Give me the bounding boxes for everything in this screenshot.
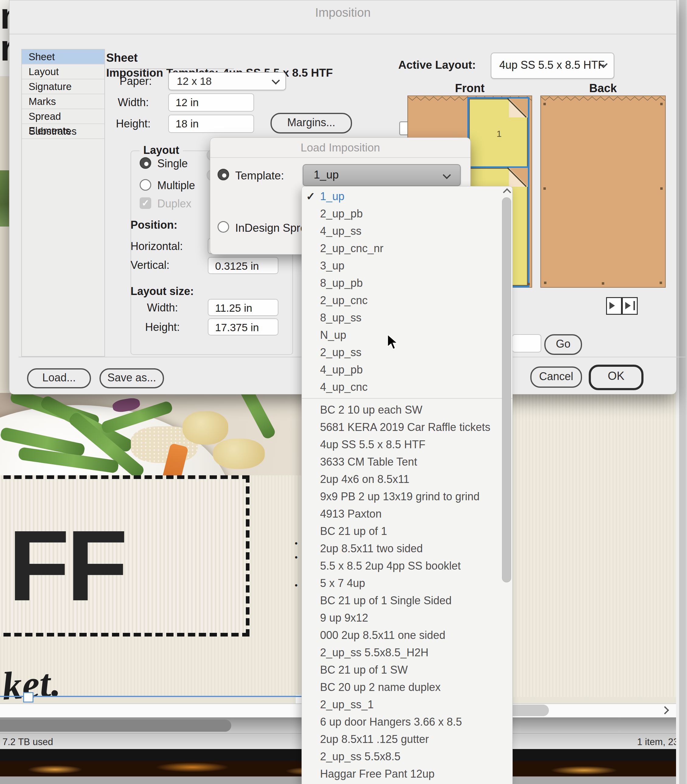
menu-item-4-up-pb[interactable]: 4_up_pb <box>302 361 512 378</box>
menu-item-2-up-cnc[interactable]: 2_up_cnc <box>302 292 512 309</box>
sidebar-item-marks[interactable]: Marks <box>22 94 104 109</box>
storage-used-label: 7.2 TB used <box>2 736 53 748</box>
menu-item-1-up[interactable]: ✓1_up <box>302 188 512 205</box>
single-radio[interactable] <box>140 157 151 169</box>
menu-item-5-x-7-4up[interactable]: 5 x 7 4up <box>302 574 512 592</box>
back-sheet-preview[interactable] <box>540 95 666 288</box>
menu-item-bc-2-10-up-each-sw[interactable]: BC 2 10 up each SW <box>302 401 512 418</box>
green-bean <box>228 393 276 440</box>
edge-mark <box>543 187 546 190</box>
chevron-down-icon <box>443 171 451 179</box>
layout-width-input[interactable]: 11.25 in <box>208 299 278 316</box>
menu-item-n-up[interactable]: N_up <box>302 326 512 344</box>
go-button[interactable]: Go <box>544 334 582 355</box>
cancel-button[interactable]: Cancel <box>530 366 582 388</box>
menu-item-2-up-pb[interactable]: 2_up_pb <box>302 205 512 222</box>
dogear-corner <box>509 168 528 187</box>
corner-mark <box>527 283 530 285</box>
menu-item-2up-8-5x11-two-sided[interactable]: 2up 8.5x11 two sided <box>302 540 512 557</box>
page-number: 1 <box>496 129 502 139</box>
menu-item-5681-kera-2019-car-raffle-tickets[interactable]: 5681 KERA 2019 Car Raffle tickets <box>302 418 512 436</box>
width-label: Width: <box>118 96 149 109</box>
dogear-corner <box>509 98 528 117</box>
sidebar-item-spread-elements[interactable]: Spread Elements <box>22 109 104 124</box>
template-dropdown[interactable]: 1_up <box>303 164 461 186</box>
menu-scroll-up-icon[interactable] <box>504 189 510 197</box>
section-rule <box>106 69 234 69</box>
vertical-label: Vertical: <box>130 259 169 272</box>
active-layout-label: Active Layout: <box>398 59 476 72</box>
menu-item-2up-4x6-on-8-5x11[interactable]: 2up 4x6 on 8.5x11 <box>302 471 512 488</box>
save-as-button[interactable]: Save as... <box>100 368 164 388</box>
menu-item-4up-ss-5-5-x-8-5-htf[interactable]: 4up SS 5.5 x 8.5 HTF <box>302 436 512 453</box>
menu-item-bc-20-up-2-name-duplex[interactable]: BC 20 up 2 name duplex <box>302 679 512 696</box>
layout-height-label: Height: <box>145 321 180 334</box>
layout-height-input[interactable]: 17.375 in <box>208 318 278 335</box>
menu-item-2-up-ss-1[interactable]: 2_up_ss_1 <box>302 696 512 713</box>
menu-item-3-up[interactable]: 3_up <box>302 257 512 274</box>
scroll-right-icon[interactable] <box>662 707 668 714</box>
menu-item-bc-21-up-of-1-single-sided[interactable]: BC 21 up of 1 Single Sided <box>302 592 512 609</box>
load-dialog-titlebar[interactable]: Load Imposition <box>210 138 470 158</box>
menu-item-9x9-pb-2-up-13x19-grind-to-grind[interactable]: 9x9 PB 2 up 13x19 grind to grind <box>302 488 512 505</box>
width-input[interactable]: 12 in <box>168 93 254 112</box>
paper-value: 12 x 18 <box>177 75 212 87</box>
menu-item-8-up-pb[interactable]: 8_up_pb <box>302 274 512 292</box>
duplex-label: Duplex <box>157 197 191 210</box>
sidebar-item-substrates[interactable]: Substrates <box>22 124 104 139</box>
indesign-spread-radio[interactable] <box>217 221 229 233</box>
sheet-section-heading: Sheet <box>106 51 138 64</box>
corner-mark <box>544 282 546 284</box>
menu-item-3633-cm-table-tent[interactable]: 3633 CM Table Tent <box>302 453 512 471</box>
right-window-scrollbar[interactable] <box>676 0 687 784</box>
template-label: Template: <box>235 169 284 182</box>
menu-item-2up-8-5x11-125-gutter[interactable]: 2up 8.5x11 .125 gutter <box>302 730 512 748</box>
menu-item-000-2up-8-5x11-one-sided[interactable]: 000 2up 8.5x11 one sided <box>302 627 512 644</box>
menu-item-4-up-ss[interactable]: 4_up_ss <box>302 222 512 239</box>
position-label: Position: <box>130 219 178 231</box>
vertical-input[interactable]: 0.3125 in <box>208 257 278 274</box>
mouse-cursor <box>387 334 401 351</box>
menu-item-9-up-9x12[interactable]: 9 up 9x12 <box>302 609 512 627</box>
go-to-page-input[interactable] <box>512 334 541 353</box>
ok-button[interactable]: OK <box>589 365 644 390</box>
guide-handle[interactable] <box>23 692 33 702</box>
menu-item-2-up-cnc-nr[interactable]: 2_up_cnc_nr <box>302 239 512 257</box>
menu-item-bc-21-up-of-1-sw[interactable]: BC 21 up of 1 SW <box>302 661 512 679</box>
menu-item-5-5-x-8-5-2up-4pp-ss-booklet[interactable]: 5.5 x 8.5 2up 4pp SS booklet <box>302 557 512 574</box>
edge-mark <box>660 187 663 190</box>
sidebar-item-layout[interactable]: Layout <box>22 64 104 79</box>
menu-item-bc-21-up-of-1[interactable]: BC 21 up of 1 <box>302 522 512 540</box>
active-layout-value: 4up SS 5.5 x 8.5 HTF <box>499 59 605 72</box>
corner-mark <box>660 103 663 105</box>
imposed-page-1[interactable]: 1 <box>469 98 528 167</box>
menu-item-4-up-cnc[interactable]: 4_up_cnc <box>302 378 512 396</box>
menu-item-6-up-door-hangers-3-66-x-8-5[interactable]: 6 up door Hangers 3.66 x 8.5 <box>302 713 512 730</box>
edge-mark <box>602 282 604 285</box>
multiple-radio[interactable] <box>140 179 151 191</box>
menu-item-2-up-ss-5-5x8-5-h2h[interactable]: 2_up_ss 5.5x8.5_H2H <box>302 644 512 661</box>
last-page-button[interactable] <box>622 297 638 315</box>
sidebar-item-sheet[interactable]: Sheet <box>22 49 104 64</box>
height-input[interactable]: 18 in <box>168 115 254 133</box>
coupon: FF ket. H·E·B OWLS •Limit one coupon per… <box>0 475 250 636</box>
load-button[interactable]: Load... <box>27 368 91 388</box>
duplex-checkbox[interactable]: ✓ <box>140 197 151 209</box>
menu-item-haggar-free-pant-12up[interactable]: Haggar Free Pant 12up <box>302 765 512 782</box>
template-dropdown-value: 1_up <box>314 169 339 181</box>
dialog-titlebar[interactable]: Imposition <box>10 0 676 34</box>
menu-item-8-up-ss[interactable]: 8_up_ss <box>302 309 512 326</box>
window-scrollbar-thumb[interactable] <box>0 720 231 732</box>
menu-item-4913-paxton[interactable]: 4913 Paxton <box>302 505 512 522</box>
paper-dropdown[interactable]: 12 x 18 <box>168 72 286 90</box>
menu-item-2-up-ss-5-5x8-5[interactable]: 2_up_ss 5.5x8.5 <box>302 748 512 765</box>
template-radio[interactable] <box>217 169 229 180</box>
margins-button[interactable]: Margins... <box>271 113 352 133</box>
sidebar-item-signature[interactable]: Signature <box>22 79 104 94</box>
next-page-button[interactable] <box>606 297 622 315</box>
potato-piece <box>213 438 265 469</box>
active-layout-dropdown[interactable]: 4up SS 5.5 x 8.5 HTF <box>491 52 614 79</box>
menu-scrollbar-thumb[interactable] <box>502 197 511 582</box>
menu-item-2-up-ss[interactable]: 2_up_ss <box>302 344 512 361</box>
corner-mark <box>543 103 546 105</box>
